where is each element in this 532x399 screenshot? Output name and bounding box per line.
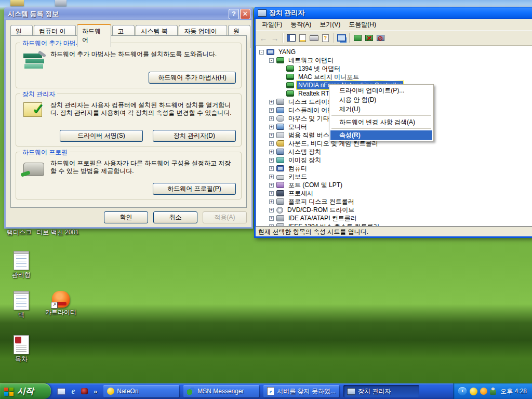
desktop-icon-label: 램디스크 bbox=[7, 229, 32, 236]
network-adapter-icon bbox=[286, 65, 294, 72]
tree-expander[interactable]: + bbox=[269, 166, 274, 171]
nateon-icon bbox=[107, 388, 114, 395]
taskbar-button-0[interactable]: NateOn bbox=[103, 385, 179, 397]
shortcut-arrow-icon: ↗ bbox=[51, 302, 58, 309]
tree-expander[interactable]: + bbox=[269, 125, 274, 129]
tree-expander[interactable]: + bbox=[269, 150, 274, 154]
scan-hardware-changes-icon[interactable] bbox=[336, 32, 347, 44]
tree-item[interactable]: +IEEE 1394 버스 호스트 컨트롤러 bbox=[256, 222, 532, 227]
computer-device-icon bbox=[276, 165, 284, 171]
device-manager-button[interactable]: 장치 관리자(D) bbox=[153, 130, 236, 142]
tree-expander[interactable]: + bbox=[269, 158, 274, 163]
tree-expander[interactable]: + bbox=[269, 183, 274, 188]
taskbar-button-2[interactable]: 서버를 찾지 못하였... bbox=[263, 385, 339, 397]
menu-item-3[interactable]: 도움말(H) bbox=[344, 19, 380, 30]
hardware-profiles-button[interactable]: 하드웨어 프로필(P) bbox=[153, 183, 236, 195]
desktop-icon-4[interactable]: ↗카트라이더 bbox=[42, 291, 80, 316]
internet-explorer-icon[interactable] bbox=[69, 387, 77, 395]
desktop-icon-fragment[interactable] bbox=[55, 0, 66, 6]
desktop-icon-5[interactable]: 목차 bbox=[5, 335, 37, 363]
tree-item[interactable]: MAC 브리지 미니포트 bbox=[256, 73, 532, 81]
toolbar-separator bbox=[333, 33, 334, 43]
group-text: 장치 관리자는 사용자 컴퓨터에 설치된 하드웨어 장치를 열거합니다. 장치 … bbox=[50, 101, 235, 117]
quick-launch-overflow-chevron[interactable]: » bbox=[91, 388, 99, 395]
game-icon[interactable] bbox=[81, 388, 88, 394]
port-icon bbox=[276, 182, 284, 188]
tree-expander[interactable]: + bbox=[269, 100, 274, 104]
tree-expander[interactable]: - bbox=[269, 58, 274, 63]
hardware-tab-page: 하드웨어 추가 마법사 하드웨어 추가 마법사는 하드웨어를 설치하도록 도와줍… bbox=[10, 35, 247, 208]
taskbar-button-label: NateOn bbox=[117, 388, 138, 395]
context-menu-item[interactable]: 제거(U) bbox=[330, 104, 432, 114]
close-button[interactable]: ✕ bbox=[240, 9, 250, 19]
tray-icons bbox=[470, 388, 496, 395]
person-tray-icon[interactable] bbox=[490, 388, 496, 395]
status-bar: 현재 선택한 항목의 속성 시트를 엽니다. bbox=[256, 227, 532, 236]
system-tray: ‹ 오후 4:28 bbox=[453, 383, 532, 399]
back-icon[interactable] bbox=[258, 32, 269, 44]
help-icon[interactable] bbox=[320, 32, 331, 44]
desktop-icon-2[interactable]: 관리형 bbox=[5, 251, 37, 278]
desktop-icon-label: 목차 bbox=[15, 356, 28, 363]
tree-expander[interactable]: - bbox=[259, 50, 264, 55]
context-menu-item[interactable]: 하드웨어 변경 사항 검색(A) bbox=[330, 117, 432, 127]
add-hardware-wizard-button[interactable]: 하드웨어 추가 마법사(H) bbox=[149, 72, 236, 84]
mail-icon[interactable] bbox=[57, 388, 65, 395]
context-menu-item[interactable]: 사용 안 함(D) bbox=[330, 95, 432, 104]
apply-button[interactable]: 적용(A) bbox=[203, 211, 247, 223]
tree-expander[interactable]: + bbox=[269, 200, 274, 204]
tree-expander[interactable]: + bbox=[269, 141, 274, 146]
duck-tray-icon[interactable] bbox=[480, 388, 487, 395]
device-manager-titlebar[interactable]: 장치 관리자 bbox=[254, 7, 532, 19]
print-icon[interactable] bbox=[308, 32, 320, 44]
show-console-tree-icon[interactable] bbox=[285, 32, 297, 44]
taskbar-button-1[interactable]: MSN Messenger bbox=[183, 385, 259, 397]
tree-expander[interactable]: + bbox=[269, 175, 274, 179]
start-button[interactable]: 시작 bbox=[0, 383, 51, 399]
desktop-icon-0[interactable]: 램디스크 bbox=[2, 228, 36, 236]
ok-button[interactable]: 확인 bbox=[104, 211, 148, 223]
tree-expander[interactable]: + bbox=[269, 133, 274, 138]
disable-device-icon[interactable] bbox=[363, 32, 375, 44]
properties-icon[interactable] bbox=[297, 32, 308, 44]
desktop-icon-fragment[interactable] bbox=[10, 0, 24, 6]
toolbar-separator bbox=[283, 33, 283, 43]
disk-drive-icon bbox=[276, 99, 284, 105]
taskbar-button-label: 서버를 찾지 못하였... bbox=[277, 387, 336, 396]
help-button[interactable]: ? bbox=[229, 9, 239, 19]
system-properties-titlebar[interactable]: 시스템 등록 정보 ? ✕ bbox=[4, 7, 253, 20]
ie-page-icon bbox=[267, 387, 274, 395]
taskbar-button-label: 장치 관리자 bbox=[358, 387, 391, 396]
context-menu-item[interactable]: 드라이버 업데이트(P)... bbox=[330, 86, 432, 95]
system-properties-window: 시스템 등록 정보 ? ✕ 일반컴퓨터 이름하드웨어고급시스템 복원자동 업데이… bbox=[4, 7, 253, 229]
network-adapter-icon bbox=[286, 90, 294, 97]
notepad-icon bbox=[14, 251, 29, 270]
menu-item-2[interactable]: 보기(V) bbox=[315, 19, 344, 30]
tree-expander[interactable]: + bbox=[269, 191, 274, 196]
menu-item-0[interactable]: 파일(F) bbox=[258, 19, 286, 30]
desktop-icon-3[interactable]: 택 bbox=[5, 291, 37, 318]
desktop-icon-1[interactable]: 터보 백신 2001 bbox=[35, 228, 80, 236]
tree-expander[interactable]: + bbox=[269, 216, 274, 221]
kartrider-icon: ↗ bbox=[52, 291, 70, 308]
network-adapter-icon bbox=[276, 57, 284, 63]
uninstall-device-icon[interactable] bbox=[375, 32, 386, 44]
cancel-button[interactable]: 취소 bbox=[153, 211, 197, 223]
nateon-tray-icon[interactable] bbox=[470, 388, 477, 395]
driver-signing-button[interactable]: 드라이버 서명(S) bbox=[60, 130, 143, 142]
sound-icon bbox=[276, 140, 284, 147]
tree-expander[interactable]: + bbox=[269, 116, 274, 121]
dvd-icon bbox=[276, 207, 283, 214]
desktop-icon-label: 택 bbox=[18, 312, 24, 318]
tray-chevron-button[interactable]: ‹ bbox=[458, 387, 467, 395]
device-manager-icon bbox=[23, 102, 42, 117]
monitor-icon bbox=[276, 124, 284, 130]
forward-icon[interactable] bbox=[269, 32, 281, 44]
menu-item-1[interactable]: 동작(A) bbox=[286, 19, 315, 30]
tree-expander[interactable]: + bbox=[269, 108, 274, 113]
tree-expander[interactable]: + bbox=[269, 208, 274, 212]
update-driver-icon[interactable] bbox=[352, 32, 363, 44]
taskbar-button-3[interactable]: 장치 관리자 bbox=[343, 385, 419, 397]
tab-2[interactable]: 하드웨어 bbox=[77, 24, 111, 47]
context-menu-item[interactable]: 속성(R) bbox=[330, 130, 432, 140]
